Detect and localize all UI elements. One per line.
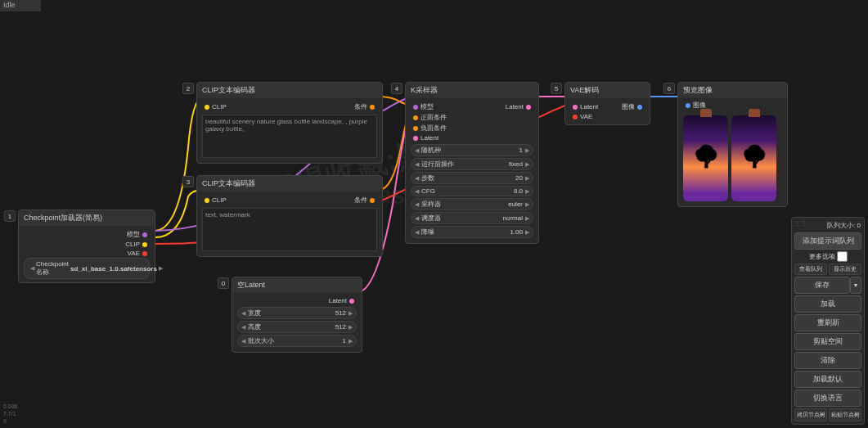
output-conditioning: 条件 bbox=[354, 196, 367, 205]
output-latent: Latent bbox=[506, 103, 524, 110]
node-vae-decode[interactable]: 5 VAE解码 Latent图像 VAE bbox=[564, 82, 650, 125]
chevron-right-icon[interactable]: ▶ bbox=[349, 338, 353, 345]
port-dot[interactable] bbox=[142, 242, 147, 247]
port-dot[interactable] bbox=[413, 136, 418, 141]
output-clip: CLIP bbox=[125, 241, 140, 248]
chevron-right-icon[interactable]: ▶ bbox=[159, 265, 163, 272]
port-dot[interactable] bbox=[205, 105, 209, 110]
paste-tree-button[interactable]: 粘贴节点树 bbox=[829, 408, 861, 421]
copy-tree-button[interactable]: 拷贝节点树 bbox=[794, 408, 827, 421]
widget-sampler[interactable]: ◀采样器euler▶ bbox=[411, 198, 533, 210]
node-title[interactable]: K采样器 bbox=[406, 83, 538, 98]
node-number: 4 bbox=[391, 83, 403, 94]
status-bar: Idle bbox=[0, 0, 41, 11]
clipspace-button[interactable]: 剪贴空间 bbox=[794, 333, 861, 350]
input-clip: CLIP bbox=[212, 103, 227, 110]
output-conditioning: 条件 bbox=[354, 102, 367, 111]
node-number: 6 bbox=[663, 83, 675, 94]
queue-prompt-button[interactable]: 添加提示词队列 bbox=[794, 232, 861, 250]
port-dot[interactable] bbox=[637, 105, 642, 110]
refresh-button[interactable]: 重刷新 bbox=[794, 314, 861, 331]
node-title[interactable]: Checkpoint加载器(简易) bbox=[19, 210, 155, 226]
widget-height[interactable]: ◀高度512▶ bbox=[237, 321, 357, 333]
input-latent: Latent bbox=[421, 134, 438, 142]
load-default-button[interactable]: 加载默认 bbox=[794, 371, 861, 388]
save-button[interactable]: 保存 bbox=[794, 277, 850, 294]
drag-handle-icon[interactable]: ⋮⋮ bbox=[794, 220, 807, 227]
port-dot[interactable] bbox=[413, 126, 418, 131]
widget-control[interactable]: ◀运行后操作fixed▶ bbox=[411, 158, 533, 170]
port-dot[interactable] bbox=[526, 105, 531, 110]
input-positive: 正面条件 bbox=[421, 113, 447, 122]
view-history-button[interactable]: 显示历史 bbox=[829, 264, 861, 275]
widget-scheduler[interactable]: ◀调度器normal▶ bbox=[411, 212, 533, 224]
chevron-right-icon[interactable]: ▶ bbox=[349, 324, 353, 331]
widget-batch[interactable]: ◀批次大小1▶ bbox=[237, 335, 357, 347]
clear-button[interactable]: 清除 bbox=[794, 352, 861, 369]
generated-image-1[interactable] bbox=[683, 115, 728, 201]
performance-stats: 0.006 7.7/1 9 bbox=[3, 403, 18, 425]
input-vae: VAE bbox=[580, 113, 592, 120]
load-button[interactable]: 加载 bbox=[794, 295, 861, 313]
output-vae: VAE bbox=[128, 250, 140, 257]
generated-image-2[interactable] bbox=[731, 115, 776, 201]
widget-width[interactable]: ◀宽度512▶ bbox=[237, 307, 357, 319]
node-title[interactable]: VAE解码 bbox=[565, 83, 650, 98]
checkpoint-selector[interactable]: ◀ Checkpoint名称 sd_xl_base_1.0.safetensor… bbox=[24, 258, 150, 279]
node-title[interactable]: 预览图像 bbox=[678, 83, 787, 98]
port-dot[interactable] bbox=[573, 115, 578, 119]
node-clip-encode-negative[interactable]: 3 CLIP文本编码器 CLIP 条件 bbox=[196, 175, 383, 257]
node-number: 3 bbox=[182, 176, 194, 187]
prompt-textarea[interactable] bbox=[202, 208, 377, 251]
input-negative: 负面条件 bbox=[421, 124, 447, 133]
port-dot[interactable] bbox=[142, 251, 147, 256]
view-queue-button[interactable]: 查看队列 bbox=[794, 264, 827, 275]
node-number: 2 bbox=[182, 83, 194, 94]
node-ksampler[interactable]: 4 K采样器 模型Latent 正面条件 负面条件 Latent ◀随机种1▶ … bbox=[405, 82, 539, 244]
widget-denoise[interactable]: ◀降噪1.00▶ bbox=[411, 226, 533, 238]
control-panel[interactable]: ⋮⋮ 队列大小: 0 添加提示词队列 更多选项 查看队列 显示历史 保存 ▼ 加… bbox=[791, 217, 865, 425]
extra-options-checkbox[interactable]: 更多选项 bbox=[794, 251, 861, 262]
output-model: 模型 bbox=[127, 230, 140, 239]
node-title[interactable]: 空Latent bbox=[232, 277, 362, 293]
node-title[interactable]: CLIP文本编码器 bbox=[197, 176, 382, 191]
chevron-right-icon[interactable]: ▶ bbox=[349, 310, 353, 317]
input-clip: CLIP bbox=[212, 196, 227, 204]
node-number: 1 bbox=[4, 210, 16, 222]
node-clip-encode-positive[interactable]: 2 CLIP文本编码器 CLIP 条件 bbox=[196, 82, 383, 164]
port-dot[interactable] bbox=[686, 103, 690, 108]
node-empty-latent[interactable]: 0 空Latent Latent ◀宽度512▶ ◀高度512▶ ◀批次大小1▶ bbox=[232, 277, 362, 353]
port-dot[interactable] bbox=[370, 198, 375, 203]
preview-images[interactable] bbox=[678, 110, 787, 206]
node-number: 0 bbox=[218, 277, 229, 289]
port-dot[interactable] bbox=[573, 105, 578, 110]
chevron-left-icon[interactable]: ◀ bbox=[30, 265, 34, 272]
node-title[interactable]: CLIP文本编码器 bbox=[197, 83, 382, 98]
input-model: 模型 bbox=[421, 102, 434, 111]
widget-cfg[interactable]: ◀CFG8.0▶ bbox=[411, 186, 533, 196]
save-dropdown-icon[interactable]: ▼ bbox=[850, 277, 861, 294]
port-dot[interactable] bbox=[370, 105, 375, 110]
widget-seed[interactable]: ◀随机种1▶ bbox=[411, 144, 533, 156]
input-latent: Latent bbox=[580, 103, 598, 110]
prompt-textarea[interactable] bbox=[202, 115, 377, 158]
port-dot[interactable] bbox=[413, 115, 418, 120]
widget-steps[interactable]: ◀步数20▶ bbox=[411, 172, 533, 184]
node-checkpoint-loader[interactable]: 1 Checkpoint加载器(简易) 模型 CLIP VAE ◀ Checkp… bbox=[18, 209, 155, 283]
port-dot[interactable] bbox=[142, 232, 147, 237]
output-image: 图像 bbox=[622, 102, 635, 111]
port-dot[interactable] bbox=[349, 299, 354, 304]
output-latent: Latent bbox=[329, 297, 347, 304]
node-preview-image[interactable]: 6 预览图像 图像 bbox=[677, 82, 788, 207]
port-dot[interactable] bbox=[205, 198, 209, 203]
switch-language-button[interactable]: 切换语言 bbox=[794, 390, 861, 407]
node-number: 5 bbox=[551, 83, 562, 94]
port-dot[interactable] bbox=[413, 105, 418, 110]
